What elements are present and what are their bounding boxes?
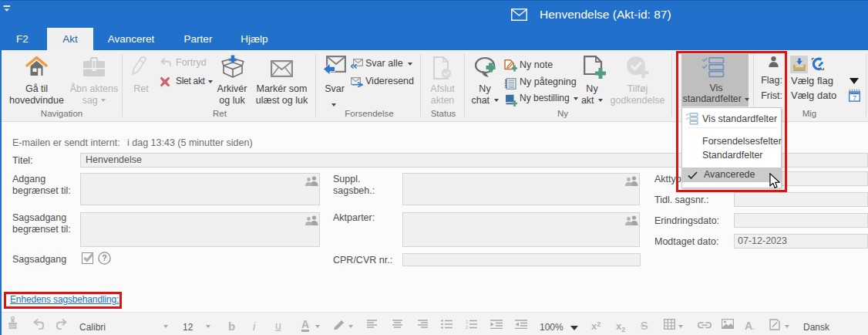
svg-text:2: 2 bbox=[466, 325, 468, 329]
svg-text:7: 7 bbox=[853, 94, 856, 102]
svg-text:1: 1 bbox=[466, 320, 468, 324]
svg-text:?: ? bbox=[102, 253, 106, 262]
